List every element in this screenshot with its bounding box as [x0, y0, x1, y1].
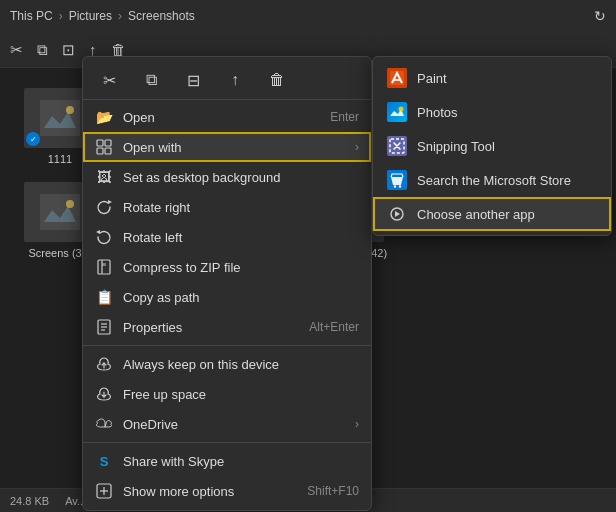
svg-rect-34: [98, 260, 110, 274]
rotate-left-label: Rotate left: [123, 230, 359, 245]
paint-icon: [387, 68, 407, 88]
copy-path-label: Copy as path: [123, 290, 359, 305]
breadcrumb-screenshots[interactable]: Screenshots: [128, 9, 195, 23]
properties-icon: [95, 318, 113, 336]
share-icon[interactable]: ↑: [221, 66, 249, 94]
more-options-icon: [95, 482, 113, 500]
properties-shortcut: Alt+Enter: [309, 320, 359, 334]
open-icon: 📂: [95, 108, 113, 126]
keep-device-icon: [95, 355, 113, 373]
photos-icon: [387, 102, 407, 122]
copy-button[interactable]: ⧉: [37, 41, 48, 59]
svg-point-50: [399, 107, 404, 112]
choose-app-icon: [387, 204, 407, 224]
svg-point-2: [66, 106, 74, 114]
paint-label: Paint: [417, 71, 447, 86]
properties-label: Properties: [123, 320, 299, 335]
svg-rect-32: [97, 148, 103, 154]
copy-path-icon: 📋: [95, 288, 113, 306]
submenu-snipping[interactable]: Snipping Tool: [373, 129, 611, 163]
desktop-icon: 🖼: [95, 168, 113, 186]
free-space-icon: [95, 385, 113, 403]
choose-another-app-label: Choose another app: [417, 207, 535, 222]
rotate-right-label: Rotate right: [123, 200, 359, 215]
svg-rect-36: [102, 263, 106, 266]
rotate-left-icon: [95, 228, 113, 246]
menu-divider-2: [83, 442, 371, 443]
store-icon: [387, 170, 407, 190]
skype-icon: S: [95, 452, 113, 470]
cut-icon[interactable]: ✂: [95, 66, 123, 94]
skype-label: Share with Skype: [123, 454, 359, 469]
onedrive-label: OneDrive: [123, 417, 345, 432]
context-menu-keep-device[interactable]: Always keep on this device: [83, 349, 371, 379]
context-menu-set-desktop[interactable]: 🖼 Set as desktop background: [83, 162, 371, 192]
snipping-icon: [387, 136, 407, 156]
rotate-right-icon: [95, 198, 113, 216]
zip-icon: [95, 258, 113, 276]
open-label: Open: [123, 110, 320, 125]
snipping-label: Snipping Tool: [417, 139, 495, 154]
context-menu: ✂ ⧉ ⊟ ↑ 🗑 📂 Open Enter Open with › 🖼 Set…: [82, 56, 372, 511]
svg-rect-31: [105, 140, 111, 146]
copy-icon[interactable]: ⧉: [137, 66, 165, 94]
submenu-choose-another-app[interactable]: Choose another app: [373, 197, 611, 231]
context-menu-copy-path[interactable]: 📋 Copy as path: [83, 282, 371, 312]
svg-point-54: [394, 185, 396, 187]
context-menu-rotate-right[interactable]: Rotate right: [83, 192, 371, 222]
context-menu-more-options[interactable]: Show more options Shift+F10: [83, 476, 371, 506]
submenu-open-with: Paint Photos: [372, 56, 612, 236]
open-shortcut: Enter: [330, 110, 359, 124]
paste-button[interactable]: ⊡: [62, 41, 75, 59]
svg-rect-1: [40, 100, 80, 136]
file-check-badge: ✓: [26, 132, 40, 146]
svg-rect-49: [387, 102, 407, 122]
svg-rect-19: [40, 194, 80, 230]
open-with-arrow: ›: [355, 140, 359, 154]
submenu-store[interactable]: Search the Microsoft Store: [373, 163, 611, 197]
context-menu-open[interactable]: 📂 Open Enter: [83, 102, 371, 132]
compress-label: Compress to ZIP file: [123, 260, 359, 275]
context-menu-skype[interactable]: S Share with Skype: [83, 446, 371, 476]
more-options-label: Show more options: [123, 484, 297, 499]
submenu-photos[interactable]: Photos: [373, 95, 611, 129]
context-menu-properties[interactable]: Properties Alt+Enter: [83, 312, 371, 342]
file-label: 1111: [48, 152, 72, 166]
context-menu-onedrive[interactable]: OneDrive ›: [83, 409, 371, 439]
cut-button[interactable]: ✂: [10, 41, 23, 59]
photos-label: Photos: [417, 105, 457, 120]
submenu-paint[interactable]: Paint: [373, 61, 611, 95]
store-label: Search the Microsoft Store: [417, 173, 571, 188]
svg-rect-33: [105, 148, 111, 154]
context-menu-top-icons: ✂ ⧉ ⊟ ↑ 🗑: [83, 61, 371, 100]
open-with-label: Open with: [123, 140, 345, 155]
status-size: 24.8 KB: [10, 495, 49, 507]
breadcrumb-pictures[interactable]: Pictures: [69, 9, 112, 23]
svg-point-55: [399, 185, 401, 187]
keep-device-label: Always keep on this device: [123, 357, 359, 372]
desktop-label: Set as desktop background: [123, 170, 359, 185]
refresh-button[interactable]: ↻: [594, 8, 606, 24]
menu-divider-1: [83, 345, 371, 346]
titlebar: This PC › Pictures › Screenshots ↻: [0, 0, 616, 32]
context-menu-rotate-left[interactable]: Rotate left: [83, 222, 371, 252]
onedrive-icon: [95, 415, 113, 433]
more-options-shortcut: Shift+F10: [307, 484, 359, 498]
svg-rect-48: [393, 79, 401, 81]
delete-icon[interactable]: 🗑: [263, 66, 291, 94]
context-menu-free-space[interactable]: Free up space: [83, 379, 371, 409]
svg-point-20: [66, 200, 74, 208]
free-space-label: Free up space: [123, 387, 359, 402]
rename-icon[interactable]: ⊟: [179, 66, 207, 94]
breadcrumb-this-pc[interactable]: This PC: [10, 9, 53, 23]
svg-rect-30: [97, 140, 103, 146]
context-menu-open-with[interactable]: Open with ›: [83, 132, 371, 162]
context-menu-compress-zip[interactable]: Compress to ZIP file: [83, 252, 371, 282]
onedrive-arrow: ›: [355, 417, 359, 431]
open-with-icon: [95, 138, 113, 156]
